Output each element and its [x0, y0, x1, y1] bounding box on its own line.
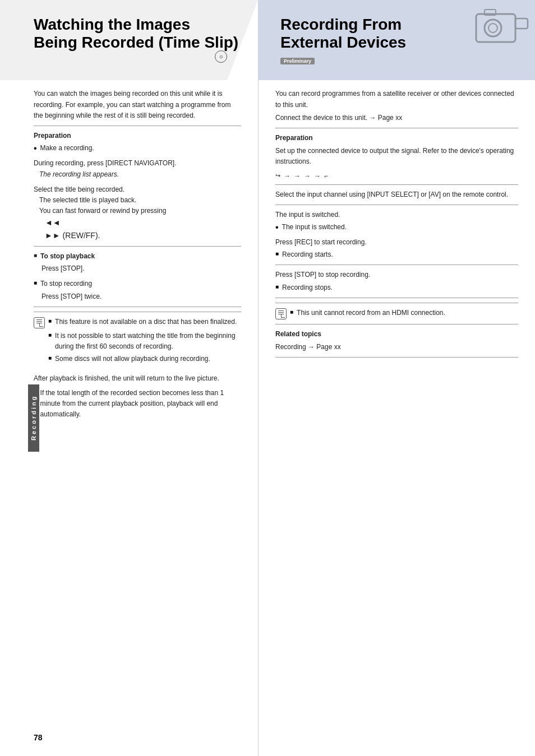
flow-section: ↪ → → → → ⌐ [275, 172, 518, 180]
right-note-text: This unit cannot record from an HDMI con… [297, 308, 445, 318]
step1-sub: The recording list appears. [39, 169, 241, 180]
note-text-3: Some discs will not allow playback durin… [55, 354, 210, 364]
right-note-bullet: ■ [290, 308, 293, 317]
right-step3-text: Press [REC] to start recording. [275, 237, 518, 248]
stop-recording-text: To stop recording [40, 279, 92, 289]
left-step2-section: Select the title being recorded. The sel… [34, 184, 241, 242]
note-text-2: It is not possible to start watching the… [55, 331, 241, 352]
right-intro-section: You can record programmes from a satelli… [275, 89, 518, 123]
note-item-3: ■ Some discs will not allow playback dur… [48, 354, 241, 364]
stop-recording-bullet: ■ [34, 279, 37, 287]
preparation-label: Preparation [34, 132, 71, 140]
stop-playback-section: ■ To stop playback Press [STOP]. [34, 251, 241, 274]
right-divider-2 [275, 184, 518, 185]
right-step4-section: Press [STOP] to stop recording. ■ Record… [275, 270, 518, 293]
left-step1-section: During recording, press [DIRECT NAVIGATO… [34, 158, 241, 179]
right-step2-bullet: • The input is switched. [275, 222, 518, 233]
left-intro-section: You can watch the images being recorded … [34, 89, 241, 121]
flow-arrow-3: → [304, 172, 311, 180]
right-related-text: Recording → Page xx [275, 342, 518, 353]
step2-text: Select the title being recorded. [34, 184, 241, 195]
flow-end: ⌐ [324, 172, 328, 180]
right-step3-square: ■ [275, 249, 279, 258]
header-area: Watching the Images Being Recorded (Time… [0, 0, 535, 80]
right-step1-text: Select the input channel using [INPUT SE… [275, 189, 518, 200]
ff-icon: ►► (REW/FF). [45, 231, 100, 240]
right-step1-section: Select the input channel using [INPUT SE… [275, 189, 518, 200]
right-step2-bullet-text: The input is switched. [282, 222, 347, 233]
right-preparation-label: Preparation [275, 134, 313, 142]
after-playback-text: After playback is finished, the unit wil… [34, 373, 241, 384]
divider-1 [34, 126, 241, 126]
note-bullet-2: ■ [48, 331, 52, 340]
right-note-row: ■ This unit cannot record from an HDMI c… [275, 308, 518, 319]
right-preparation-section: Preparation Set up the connected device … [275, 133, 518, 168]
right-step4-bullet: ■ Recording stops. [275, 282, 518, 293]
right-preparation-header: Preparation [275, 133, 518, 143]
preparation-header: Preparation [34, 131, 241, 141]
left-header-title: Watching the Images Being Recorded (Time… [34, 16, 241, 52]
step2-sub2: You can fast forward or rewind by pressi… [39, 206, 241, 216]
right-note-section: ■ This unit cannot record from an HDMI c… [275, 308, 518, 319]
right-step2-section: The input is switched. • The input is sw… [275, 210, 518, 233]
right-header-inner: Recording From External Devices [280, 16, 518, 52]
page-container: Watching the Images Being Recorded (Time… [0, 0, 535, 756]
right-related-section: Related topics Recording → Page xx [275, 329, 518, 353]
right-divider-6 [275, 303, 518, 303]
divider-2 [34, 246, 241, 247]
right-header-title: Recording From External Devices [280, 16, 518, 52]
right-step3-bullet: ■ Recording starts. [275, 249, 518, 260]
stop-playback-item: ■ To stop playback [34, 251, 241, 262]
playback-controls: ◄◄ ►► (REW/FF). [45, 216, 241, 242]
after-playback-bullet-text: If the total length of the recorded sect… [40, 388, 241, 420]
stop-playback-label: To stop playback [40, 251, 95, 262]
divider-3 [34, 307, 241, 307]
right-step4-square: ■ [275, 282, 279, 291]
right-note-item: ■ This unit cannot record from an HDMI c… [290, 308, 445, 318]
right-divider-3 [275, 205, 518, 205]
right-step3-bullet-text: Recording starts. [282, 249, 333, 260]
right-step4-bullet-text: Recording stops. [282, 282, 333, 293]
preliminary-badge: Preliminary [280, 58, 315, 64]
right-step3-section: Press [REC] to start recording. ■ Record… [275, 237, 518, 260]
flow-arrow-2: → [294, 172, 301, 180]
preparation-bullet: • Make a recording. [34, 143, 241, 154]
stop-recording-sub: Press [STOP] twice. [41, 291, 241, 302]
note-bullet-1: ■ [48, 317, 52, 326]
flow-arrow-4: → [314, 172, 321, 180]
left-note-section: ■ This feature is not available on a dis… [34, 317, 241, 365]
preliminary-section: Preliminary [280, 56, 518, 69]
step2-sub2-text: You can fast forward or rewind by pressi… [39, 207, 166, 215]
note-item-1: ■ This feature is not available on a dis… [48, 317, 237, 327]
right-column: You can record programmes from a satelli… [258, 80, 535, 756]
left-intro-text: You can watch the images being recorded … [34, 89, 241, 121]
flow-step-1: ↪ [275, 172, 280, 179]
page-number: 78 [34, 733, 43, 742]
stop-playback-bullet: ■ [34, 251, 37, 260]
right-preparation-text: Set up the connected device to output th… [275, 146, 518, 167]
right-title-line2: External Devices [280, 34, 406, 51]
right-intro-text1: You can record programmes from a satelli… [275, 89, 518, 110]
left-preparation-section: Preparation • Make a recording. [34, 131, 241, 154]
note-text-1: This feature is not available on a disc … [55, 317, 237, 327]
left-header: Watching the Images Being Recorded (Time… [0, 0, 258, 80]
right-divider-1 [275, 128, 518, 128]
right-divider-5 [275, 298, 518, 298]
right-related-header: Related topics [275, 329, 518, 340]
stop-recording-item: ■ To stop recording [34, 279, 241, 289]
after-playback-section: After playback is finished, the unit wil… [34, 373, 241, 420]
note-bullet-3: ■ [48, 354, 52, 363]
circle-decoration-icon: ⊙ [215, 50, 227, 63]
right-title-line1: Recording From [280, 16, 402, 33]
stop-playback-header: ■ To stop playback [34, 251, 241, 262]
right-intro-text2: Connect the device to this unit. → Page … [275, 113, 518, 123]
sidebar-label: Recording [28, 384, 39, 452]
flow-arrow-row: ↪ → → → → ⌐ [275, 172, 518, 180]
note-header-row: ■ This feature is not available on a dis… [34, 317, 241, 328]
right-note-icon [275, 308, 287, 319]
bullet-dot-1: • [34, 143, 37, 154]
note-item-2: ■ It is not possible to start watching t… [48, 331, 241, 352]
right-divider-8 [275, 357, 518, 358]
right-header: Recording From External Devices Prelimin… [258, 0, 535, 80]
step1-text: During recording, press [DIRECT NAVIGATO… [34, 158, 241, 169]
